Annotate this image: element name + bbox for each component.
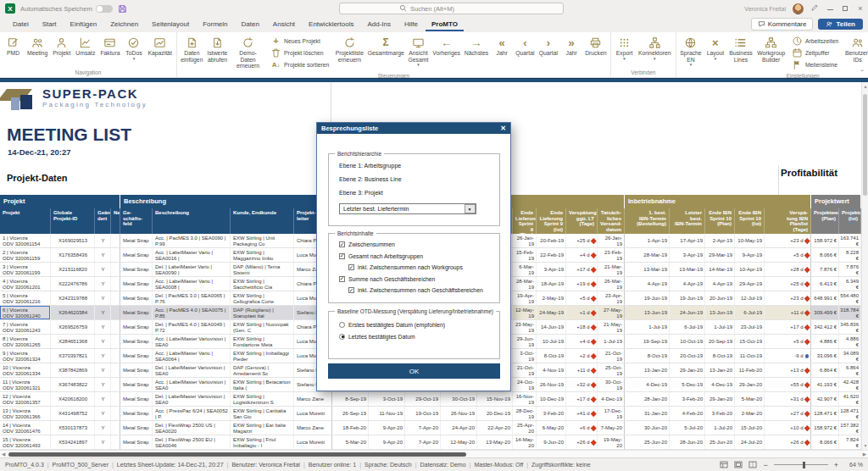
cell-i4[interactable]: 6-Jul-19 [735, 306, 765, 319]
cell-customer[interactable]: EXW Stirling | Sacchettificio Cia [231, 277, 294, 291]
ribbon-button-projekt[interactable]: Projekt [50, 34, 73, 69]
cell-i3[interactable]: 25-Jun-20 [705, 435, 735, 449]
cell-i3[interactable]: 14-Mar-19 [705, 263, 735, 276]
cell-i4[interactable]: 24-Jul-20 [735, 435, 765, 449]
cell-i3[interactable]: 29-Mar-19 [705, 248, 735, 262]
ribbon-button-jahr[interactable]: «Jahr [491, 34, 514, 72]
cell-projekt[interactable]: 15 | Vicenza ODV 320061493 [0, 435, 51, 449]
cell-i3[interactable]: 29-Jan-20 [705, 392, 735, 406]
cell-m1[interactable]: 11-Nov-19 [369, 407, 405, 420]
cell-m3[interactable]: 30-Oct-19 [441, 392, 477, 406]
cell-desc[interactable]: Acc. | LabelMaster Vario | SEA0016 | [153, 248, 231, 262]
cell-d1[interactable]: 25-Apr-20 [513, 421, 537, 435]
ribbon-button-vorheriges[interactable]: ←Vorheriges [431, 34, 462, 72]
cell-field[interactable]: Metal Strap [120, 320, 153, 334]
cell-desc[interactable]: Del. | PacMES 4.0 | SEA0049 | P.72 [153, 320, 231, 334]
pencil-icon[interactable] [810, 3, 819, 14]
cell-delay2[interactable]: +5 d [765, 335, 811, 348]
cell-i2[interactable]: 6-Jul-19 [670, 320, 705, 334]
cell-customer[interactable]: EXW Stirling | Betacarton Italia ( [231, 378, 294, 391]
cell-customer[interactable]: DAP (Rutigliano) | Staroplast Ital [231, 306, 294, 319]
cell-i1[interactable]: 4-Dec-19 [625, 378, 670, 391]
cell-m0[interactable]: 8-Sep-19 [332, 392, 369, 406]
radio-circle[interactable] [339, 322, 345, 328]
cell-delay2[interactable]: +28 d [765, 263, 811, 276]
cell-i3[interactable]: 2-Apr-19 [705, 234, 735, 247]
cell-changed[interactable]: Y [95, 335, 111, 348]
column-header[interactable]: Beschreibung [153, 208, 231, 234]
dialog-titlebar[interactable]: Besprechungsliste ✕ [317, 123, 510, 134]
cell-i2[interactable]: 3-Apr-19 [670, 248, 705, 262]
cell-i1[interactable]: 28-Jan-20 [625, 392, 670, 406]
cell-i2[interactable]: 13-Mar-19 [670, 263, 705, 276]
cell-gid[interactable]: X387842869 [51, 363, 95, 377]
cell-i4[interactable]: 11-Feb-20 [735, 363, 765, 377]
cell-ship[interactable]: 1-Jul-19 [598, 335, 625, 348]
cell-delay2[interactable]: +10 d [765, 421, 811, 435]
normal-view-icon[interactable] [720, 461, 728, 468]
cell-d2[interactable]: 20-Feb-19 [537, 234, 566, 247]
horizontal-scrollbar[interactable]: ◀ ▶ [0, 450, 868, 457]
cell-leader[interactable]: Luca Moretti [294, 407, 332, 420]
cell-delay1[interactable]: +17 d [566, 263, 598, 276]
cell-i1[interactable]: 4-Apr-19 [625, 277, 670, 291]
table-row[interactable]: 13 | Vicenza ODV 320061366X431498752YMet… [0, 407, 861, 421]
cell-i3[interactable]: 4-Dec-19 [705, 378, 735, 391]
cell-delay2[interactable]: -9 d [765, 349, 811, 363]
cell-d2[interactable]: 26-Nov-19 [537, 378, 566, 391]
cell-d1[interactable]: 29-Jun-19 [513, 335, 537, 348]
cell-vplan[interactable]: 8.066 € [811, 435, 839, 449]
cell-m1[interactable]: 3-Oct-19 [369, 392, 405, 406]
dialog-close-icon[interactable]: ✕ [500, 125, 506, 132]
cell-gid[interactable]: X431498752 [51, 407, 95, 420]
cell-i3[interactable]: 13-Jun-19 [705, 306, 735, 319]
cell-field[interactable]: Metal Strap [120, 349, 153, 363]
cell-vplan[interactable]: 648.991 € [811, 291, 839, 305]
checkbox-zwischensummen[interactable]: ✓Zwischensummen [339, 241, 492, 247]
ribbon-button-istwerte-abrufen[interactable]: Istwerte abrufen [205, 34, 230, 72]
cell-d2[interactable]: 2-May-19 [537, 291, 566, 305]
vertical-scroll-thumb[interactable] [863, 94, 867, 196]
cell-delay2[interactable]: +11 d [765, 306, 811, 319]
cell-d2[interactable]: 3-Feb-20 [537, 407, 566, 420]
cell-ship[interactable]: 27-May-19 [598, 306, 625, 319]
cell-delay1[interactable]: +19 d [566, 277, 598, 291]
cell-field[interactable]: Metal Strap [120, 392, 153, 406]
menu-tab-datei[interactable]: Datei [7, 18, 35, 31]
cell-vist[interactable]: 554.480 € [839, 291, 861, 305]
cell-delay2[interactable]: +25 d [765, 277, 811, 291]
cell-d2[interactable]: 6-May-20 [537, 421, 566, 435]
cell-delay2[interactable]: +23 d [765, 291, 811, 305]
cell-neu[interactable] [111, 291, 120, 305]
radio-letztes-bestätigtes-datum[interactable]: Letztes bestätigtes Datum [339, 334, 492, 340]
vertical-scrollbar[interactable]: ▲ ▼ [861, 82, 868, 450]
cell-i1[interactable]: 30-Jun-20 [625, 421, 670, 435]
cell-changed[interactable]: Y [95, 234, 111, 247]
cell-ship[interactable]: 30-Oct-19 [598, 378, 625, 391]
ribbon-button-meeting[interactable]: Meeting [25, 34, 50, 69]
cell-gid[interactable]: X370397821 [51, 349, 95, 363]
cell-field[interactable]: Metal Strap [120, 263, 153, 276]
cell-i2[interactable]: 24-Jun-19 [670, 306, 705, 319]
cell-vist[interactable]: 318.784 € [839, 306, 861, 319]
cell-gid[interactable]: X367483822 [51, 378, 95, 391]
liefertermin-dropdown[interactable]: Letzter best. Liefertermin▼ [339, 203, 476, 214]
cell-i3[interactable]: 4-Apr-19 [705, 277, 735, 291]
cell-d1[interactable]: 21-Oct-19 [513, 363, 537, 377]
ribbon-button-daten-einfügen[interactable]: Daten einfügen [179, 34, 205, 72]
cell-vplan[interactable]: 7.876 € [811, 263, 839, 276]
cell-changed[interactable]: Y [95, 435, 111, 449]
cell-delay1[interactable]: +41 d [566, 407, 598, 420]
column-header[interactable]: Neu [111, 208, 120, 234]
cell-vist[interactable]: 8.228 € [839, 248, 861, 262]
cell-neu[interactable] [111, 263, 120, 276]
menu-tab-einf-gen[interactable]: Einfügen [64, 18, 103, 31]
cell-m4[interactable]: 22-Apr-20 [477, 421, 513, 435]
ribbon-button-todos[interactable]: ToDos▼ [122, 34, 145, 69]
cell-neu[interactable] [111, 363, 120, 377]
cell-vist[interactable]: 41.620 € [839, 392, 861, 406]
cell-gid[interactable]: X169029513 [51, 234, 95, 247]
cell-neu[interactable] [111, 349, 120, 363]
cell-desc[interactable]: Del. | LabelMaster Variovision | SEA0 [153, 392, 231, 406]
cell-vplan[interactable]: 6.864 € [811, 363, 839, 377]
